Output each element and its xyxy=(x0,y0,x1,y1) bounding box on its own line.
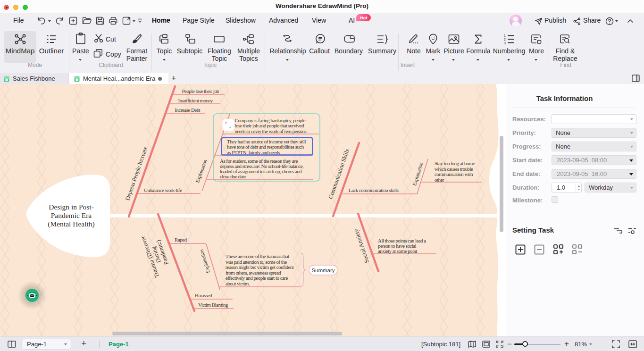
svg-text:person to have social: person to have social xyxy=(378,243,416,249)
svg-text:anxiety at some point: anxiety at some point xyxy=(378,248,417,254)
svg-text:other: other xyxy=(435,177,444,183)
svg-text:needs to cover the work of two: needs to cover the work of two persons xyxy=(235,128,307,134)
svg-text:as PTPTN, faimly and needs: as PTPTN, faimly and needs xyxy=(227,150,280,155)
svg-text:Insufficient money: Insufficient money xyxy=(178,98,213,103)
svg-text:Harassed: Harassed xyxy=(195,292,212,298)
svg-text:Stay too long at home: Stay too long at home xyxy=(435,160,475,166)
svg-text:communication with: communication with xyxy=(435,171,473,177)
svg-text:which causes trouble: which causes trouble xyxy=(435,166,473,172)
svg-text:Victim Blaming: Victim Blaming xyxy=(198,302,228,308)
svg-text:Raped: Raped xyxy=(175,237,187,242)
svg-text:was paid attention to, some of: was paid attention to, some of the xyxy=(226,259,287,265)
svg-text:All those points can lead a: All those points can lead a xyxy=(378,238,426,243)
svg-text:effectively and people start t: effectively and people start to care xyxy=(226,275,288,281)
svg-text:People lose their job: People lose their job xyxy=(182,88,220,94)
svg-text:These are some of the traumas: These are some of the traumas that xyxy=(226,253,289,259)
svg-text:about victim.: about victim. xyxy=(226,281,250,286)
svg-text:Pandemic Era: Pandemic Era xyxy=(51,211,92,219)
svg-text:Summary: Summary xyxy=(311,267,335,273)
svg-text:Unbalance work-life: Unbalance work-life xyxy=(144,187,182,193)
svg-text:Design in Post-: Design in Post- xyxy=(49,203,94,211)
svg-text:They had no source of income y: They had no source of income yet they st… xyxy=(227,139,306,144)
svg-text:2: 2 xyxy=(504,38,506,41)
svg-text:Lack communication skills: Lack communication skills xyxy=(349,187,399,193)
svg-text:3: 3 xyxy=(504,42,506,45)
svg-text:Company is facing bankruptcy,: Company is facing bankruptcy, people xyxy=(235,117,306,123)
svg-text:from others, awareness spread: from others, awareness spread xyxy=(226,270,281,276)
svg-text:lose their job and people that: lose their job and people that survived xyxy=(235,123,305,128)
svg-text:Increase Debt: Increase Debt xyxy=(175,107,201,113)
svg-text:reason might be: victim get co: reason might be: victim get confident xyxy=(226,264,294,270)
svg-text:1: 1 xyxy=(504,34,506,37)
svg-text:(Mental Health): (Mental Health) xyxy=(48,220,94,228)
svg-text:close due date: close due date xyxy=(220,174,246,179)
svg-text:have tons of debt and responsi: have tons of debt and responsibilities s… xyxy=(227,144,304,150)
